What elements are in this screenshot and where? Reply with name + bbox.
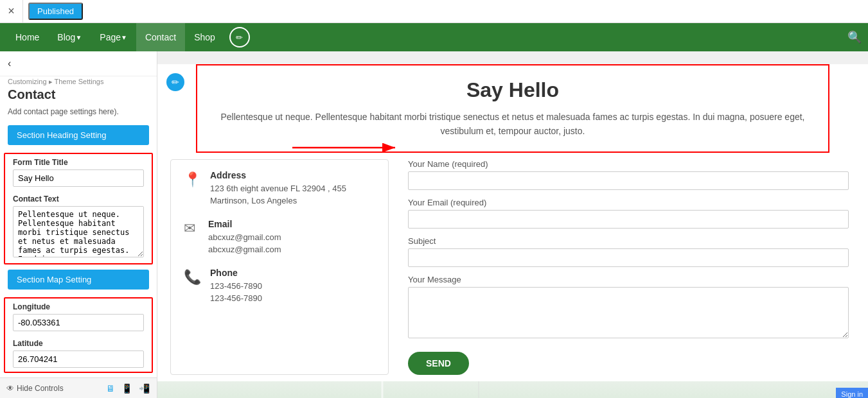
form-title-label: Form Title Title	[13, 158, 144, 167]
contact-info-card: 📍 Address 123 6th eight avenue FL 32904 …	[170, 159, 389, 375]
device-buttons: 🖥 📱 📲	[105, 382, 151, 395]
sidebar: ‹ Customizing ▸ Theme Settings Contact A…	[0, 51, 157, 398]
message-label: Your Message	[408, 275, 849, 284]
nav-blog[interactable]: Blog ▼	[48, 23, 91, 51]
subject-input[interactable]	[408, 248, 849, 267]
address-info: 📍 Address 123 6th eight avenue FL 32904 …	[184, 170, 375, 207]
sidebar-description: Add contact page settings here).	[0, 107, 157, 123]
hide-controls-label: Hide Controls	[17, 384, 64, 393]
top-bar: × Published	[0, 0, 868, 23]
subject-label: Subject	[408, 236, 849, 246]
phone-icon: 📞	[184, 269, 201, 286]
sidebar-back-button[interactable]: ‹	[0, 51, 157, 76]
latitude-field: Latitude	[5, 335, 152, 372]
contact-text-label: Contact Text	[13, 195, 144, 203]
name-form-group: Your Name (required)	[408, 159, 849, 190]
address-line1: 123 6th eight avenue FL 32904 , 455	[210, 182, 346, 195]
longitude-input[interactable]	[13, 314, 144, 331]
name-input[interactable]	[408, 171, 849, 190]
email-icon: ✉	[184, 220, 199, 237]
heading-settings-box: Form Title Title Contact Text Pellentesq…	[4, 153, 153, 264]
mobile-device-button[interactable]: 📲	[137, 382, 151, 395]
chevron-left-icon: ‹	[8, 58, 11, 69]
message-input[interactable]	[408, 287, 849, 338]
email-form-label: Your Email (required)	[408, 198, 849, 207]
page-title: Contact	[0, 86, 157, 107]
search-icon[interactable]: 🔍	[847, 30, 862, 44]
address-line2: Martinson, Los Angeles	[210, 195, 346, 207]
map-roads	[157, 381, 868, 398]
longitude-field: Longitude	[5, 298, 152, 335]
map-background	[157, 381, 868, 398]
sign-in-button[interactable]: Sign in	[836, 388, 868, 398]
nav-shop[interactable]: Shop	[185, 23, 224, 51]
message-form-group: Your Message	[408, 275, 849, 340]
tablet-device-button[interactable]: 📱	[120, 382, 134, 395]
edit-button[interactable]: ✏	[229, 27, 250, 48]
email2: abcxuz@gmail.com	[208, 243, 281, 256]
contact-body: 📍 Address 123 6th eight avenue FL 32904 …	[170, 159, 855, 375]
latitude-input[interactable]	[13, 350, 144, 368]
map-settings-box: Longitude Latitude	[4, 297, 153, 373]
published-button[interactable]: Published	[28, 3, 83, 20]
phone1: 123-456-7890	[210, 280, 262, 293]
contact-text-field: Contact Text Pellentesque ut neque. Pell…	[5, 191, 152, 263]
name-label: Your Name (required)	[408, 159, 849, 169]
nav-contact[interactable]: Contact	[136, 23, 185, 51]
nav-page[interactable]: Page ▼	[91, 23, 136, 51]
latitude-label: Latitude	[13, 339, 144, 348]
desktop-device-button[interactable]: 🖥	[105, 382, 116, 395]
hero-section: Say Hello Pellentesque ut neque. Pellent…	[196, 64, 829, 153]
breadcrumb: Customizing ▸ Theme Settings	[0, 76, 157, 86]
form-title-field: Form Title Title	[5, 154, 152, 191]
email1: abcxuz@gmail.com	[208, 231, 281, 244]
content-area: ✏ Say Hello Pellentesque ut neque. Pelle…	[157, 51, 868, 398]
phone-info: 📞 Phone 123-456-7890 123-456-7890	[184, 268, 375, 305]
contact-text-input[interactable]: Pellentesque ut neque. Pellentesque habi…	[13, 206, 144, 257]
phone2: 123-456-7890	[210, 292, 262, 305]
email-title: Email	[208, 219, 281, 229]
eye-icon: 👁	[6, 384, 14, 393]
pencil-edit-button[interactable]: ✏	[166, 73, 184, 91]
map-area: 26°42'15.3"N 80°03'12.1"W 🗺 Directions	[157, 381, 868, 398]
section-map-button[interactable]: Section Map Setting	[8, 270, 149, 290]
contact-form: Your Name (required) Your Email (require…	[402, 159, 855, 375]
send-button[interactable]: SEND	[408, 352, 469, 375]
bottom-bar: 👁 Hide Controls 🖥 📱 📲	[0, 377, 157, 398]
main-layout: ‹ Customizing ▸ Theme Settings Contact A…	[0, 51, 868, 398]
phone-title: Phone	[210, 268, 262, 278]
close-button[interactable]: ×	[0, 0, 23, 23]
contact-page: ✏ Say Hello Pellentesque ut neque. Pelle…	[157, 64, 868, 398]
nav-bar: Home Blog ▼ Page ▼ Contact Shop ✏ 🔍	[0, 23, 868, 51]
address-title: Address	[210, 170, 346, 180]
hero-title: Say Hello	[217, 78, 809, 102]
email-input[interactable]	[408, 210, 849, 229]
subject-form-group: Subject	[408, 236, 849, 267]
section-heading-button[interactable]: Section Heading Setting	[8, 125, 149, 145]
location-icon: 📍	[184, 171, 201, 188]
email-info: ✉ Email abcxuz@gmail.com abcxuz@gmail.co…	[184, 219, 375, 256]
hide-controls-button[interactable]: 👁 Hide Controls	[6, 384, 64, 393]
form-title-input[interactable]	[13, 169, 144, 187]
longitude-label: Longitude	[13, 302, 144, 311]
nav-home[interactable]: Home	[6, 23, 48, 51]
hero-text: Pellentesque ut neque. Pellentesque habi…	[217, 110, 809, 139]
email-form-group: Your Email (required)	[408, 198, 849, 229]
